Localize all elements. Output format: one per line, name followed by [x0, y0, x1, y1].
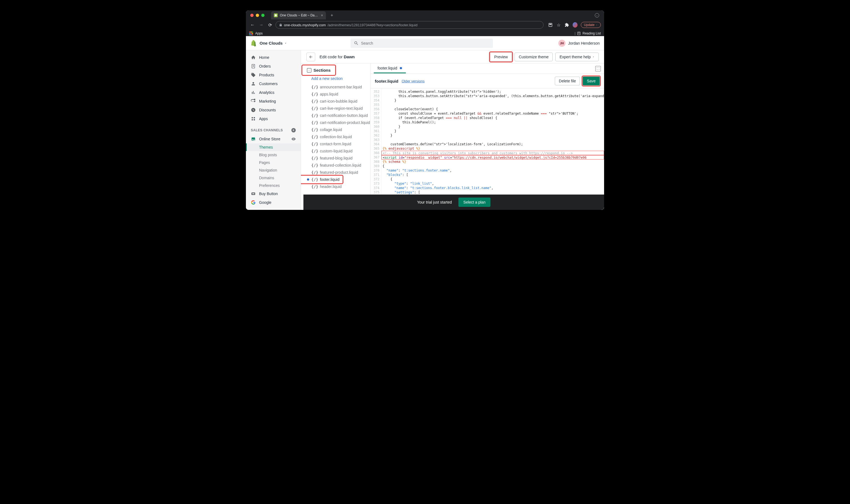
tree-folder-sections[interactable]: ↓ Sections [302, 66, 335, 75]
tree-file[interactable]: {/}cart-notification-product.liquid [301, 119, 370, 126]
tree-file[interactable]: {/}collection-list.liquid [301, 133, 370, 140]
editor-main: Edit code for Dawn Preview Customize the… [301, 50, 604, 210]
sidebar-sub-themes[interactable]: Themes [246, 143, 301, 151]
sidebar-item-marketing[interactable]: Marketing [246, 97, 301, 106]
add-channel-button[interactable]: + [291, 128, 296, 132]
shopify-admin: One Clouds Search JH Jordan Henderson Ho… [246, 36, 604, 210]
liquid-file-icon: {/} [311, 170, 318, 175]
back-button[interactable]: ← [249, 22, 256, 28]
profile-avatar-icon[interactable] [573, 22, 577, 28]
close-window-button[interactable] [250, 14, 254, 17]
tree-file[interactable]: {/}featured-product.liquid [301, 169, 370, 176]
tree-file[interactable]: {/}cart-live-region-text.liquid [301, 105, 370, 112]
select-plan-button[interactable]: Select a plan [458, 198, 490, 207]
liquid-file-icon: {/} [311, 156, 318, 160]
tree-file[interactable]: {/}footer.liquid [301, 176, 342, 183]
customize-theme-button[interactable]: Customize theme [515, 53, 553, 61]
arrow-left-icon [309, 55, 313, 59]
tree-file[interactable]: {/}announcement-bar.liquid [301, 84, 370, 91]
tree-file[interactable]: {/}custom-liquid.liquid [301, 147, 370, 155]
expert-help-button[interactable]: Expert theme help [555, 53, 599, 61]
file-name-label: footer.liquid [375, 79, 398, 84]
sidebar-sub-domains[interactable]: Domains [246, 174, 301, 182]
lock-icon [279, 23, 282, 26]
tree-file[interactable]: {/}cart-notification-button.liquid [301, 112, 370, 119]
sidebar-sub-preferences[interactable]: Preferences [246, 182, 301, 190]
save-button[interactable]: Save [583, 77, 600, 85]
tree-file[interactable]: {/}header.liquid [301, 183, 370, 190]
reading-list-button[interactable]: | Reading List [574, 32, 601, 35]
bookmark-star-icon[interactable]: ☆ [556, 22, 561, 28]
line-gutter: 352 353 354 355 356 357 358 359 360 361 … [370, 88, 381, 210]
editor-title: Edit code for Dawn [319, 54, 354, 59]
sidebar-item-google[interactable]: Google [246, 198, 301, 207]
tree-file[interactable]: {/}featured-collection.liquid [301, 162, 370, 169]
forward-button[interactable]: → [258, 22, 264, 28]
new-tab-button[interactable]: + [328, 12, 336, 19]
fullscreen-button[interactable]: ⛶ [595, 66, 601, 71]
file-tab-footer[interactable]: footer.liquid [374, 64, 406, 73]
sidebar-item-apps[interactable]: Apps [246, 114, 301, 123]
liquid-file-icon: {/} [311, 127, 318, 132]
apps-shortcut[interactable]: Apps [255, 32, 263, 35]
sidebar-item-buy-button[interactable]: Buy Button [246, 190, 301, 198]
sidebar-sub-navigation[interactable]: Navigation [246, 166, 301, 174]
analytics-icon [251, 90, 256, 95]
editor-header: Edit code for Dawn Preview Customize the… [301, 50, 604, 64]
unsaved-dot-icon [400, 67, 402, 69]
maximize-window-button[interactable] [261, 14, 264, 17]
sidebar-item-products[interactable]: Products [246, 71, 301, 79]
url-host: one-clouds.myshopify.com [284, 23, 326, 27]
sidebar-sub-blog[interactable]: Blog posts [246, 151, 301, 159]
minimize-window-button[interactable] [256, 14, 259, 17]
sidebar-item-online-store[interactable]: Online Store [246, 134, 301, 143]
liquid-file-icon: {/} [311, 106, 318, 110]
sidebar: Home Orders Products Customers Analytics… [246, 50, 301, 210]
liquid-file-icon: {/} [311, 113, 318, 118]
sidebar-item-customers[interactable]: Customers [246, 79, 301, 88]
tree-file[interactable]: {/}cart-icon-bubble.liquid [301, 98, 370, 105]
sidebar-item-discounts[interactable]: Discounts [246, 106, 301, 114]
shopify-logo-icon[interactable] [250, 40, 256, 47]
liquid-file-icon: {/} [311, 184, 318, 189]
tabs-dropdown-icon[interactable]: ⌄ [595, 13, 599, 18]
user-menu[interactable]: JH Jordan Henderson [558, 40, 600, 47]
sidebar-item-orders[interactable]: Orders [246, 62, 301, 71]
preview-button[interactable]: Preview [490, 53, 512, 61]
search-icon [354, 41, 359, 46]
trial-bar: Your trial just started Select a plan [303, 195, 604, 210]
older-versions-link[interactable]: Older versions [402, 79, 425, 83]
store-switcher[interactable]: One Clouds [260, 41, 287, 46]
chevron-down-icon [284, 42, 287, 44]
home-icon [251, 55, 256, 60]
apps-grid-icon[interactable] [249, 32, 253, 35]
add-section-link[interactable]: Add a new section [301, 75, 370, 84]
avatar: JH [558, 40, 566, 47]
reload-button[interactable]: ⟳ [267, 22, 273, 28]
editor-back-button[interactable] [307, 53, 315, 61]
products-icon [251, 72, 256, 77]
file-tree: ↓ Sections Add a new section {/}announce… [301, 64, 370, 210]
sidebar-sub-pages[interactable]: Pages [246, 159, 301, 166]
tree-file[interactable]: {/}collage.liquid [301, 126, 370, 133]
tree-file[interactable]: {/}featured-blog.liquid [301, 155, 370, 162]
code-editor[interactable]: 352 353 354 355 356 357 358 359 360 361 … [370, 88, 604, 210]
search-input[interactable]: Search [350, 39, 493, 48]
liquid-file-icon: {/} [311, 99, 318, 104]
install-app-icon[interactable] [548, 22, 553, 28]
update-browser-button[interactable]: Update ⋮ [581, 22, 601, 28]
extensions-icon[interactable] [565, 22, 569, 28]
store-icon [251, 137, 256, 142]
address-bar[interactable]: one-clouds.myshopify.com/admin/themes/12… [276, 21, 543, 29]
tree-file[interactable]: {/}apps.liquid [301, 91, 370, 98]
sales-channels-header: SALES CHANNELS + [246, 123, 301, 134]
sidebar-item-analytics[interactable]: Analytics [246, 88, 301, 97]
tree-file[interactable]: {/}contact-form.liquid [301, 140, 370, 147]
code-content[interactable]: this.elements.panel.toggleAttribute("str… [381, 88, 604, 210]
close-tab-icon[interactable]: × [321, 13, 323, 18]
sidebar-item-home[interactable]: Home [246, 53, 301, 62]
view-store-icon[interactable] [291, 137, 296, 141]
delete-file-button[interactable]: Delete file [555, 77, 580, 85]
browser-tab[interactable]: One Clouds ~ Edit ~ Dawn ~ S… × [271, 11, 326, 19]
orders-icon [251, 64, 256, 69]
